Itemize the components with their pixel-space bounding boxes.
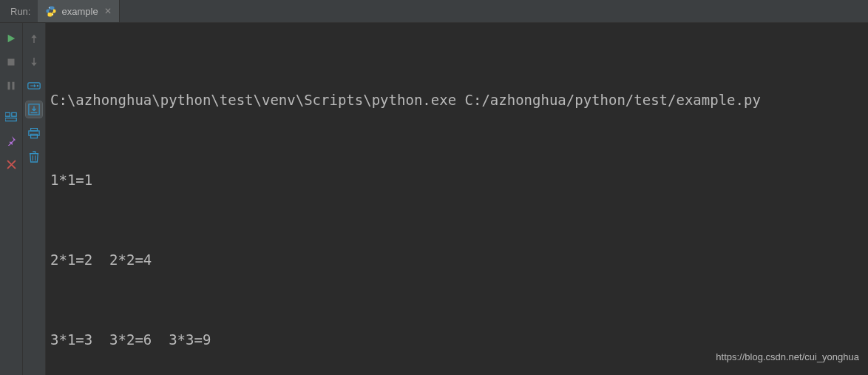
console-command: C:\azhonghua\python\test\venv\Scripts\py… (50, 87, 868, 113)
watermark: https://blog.csdn.net/cui_yonghua (716, 344, 859, 371)
run-toolbar-secondary (23, 23, 46, 375)
svg-rect-3 (8, 82, 10, 90)
run-toolbar-primary (0, 23, 23, 375)
python-icon (45, 5, 57, 17)
svg-point-1 (52, 14, 53, 15)
layout-icon[interactable] (3, 109, 19, 125)
pin-icon[interactable] (3, 132, 19, 149)
svg-rect-2 (8, 59, 15, 66)
scroll-to-end-icon[interactable] (26, 101, 42, 118)
svg-rect-5 (5, 112, 10, 116)
close-tab-icon[interactable]: ✕ (104, 6, 112, 16)
run-tab-example[interactable]: example ✕ (38, 0, 119, 22)
pause-icon[interactable] (3, 78, 19, 94)
run-label: Run: (0, 0, 38, 22)
svg-rect-4 (13, 82, 15, 90)
tab-label: example (61, 6, 98, 17)
svg-rect-7 (5, 118, 16, 121)
console-output[interactable]: C:\azhonghua\python\test\venv\Scripts\py… (46, 23, 868, 375)
soft-wrap-icon[interactable] (26, 78, 42, 94)
svg-rect-6 (12, 112, 16, 116)
console-row: 2*1=2 2*2=4 (50, 246, 868, 273)
run-tabbar: Run: example ✕ (0, 0, 868, 23)
stop-icon[interactable] (3, 54, 19, 70)
svg-point-0 (49, 7, 50, 8)
trash-icon[interactable] (26, 149, 42, 165)
console-row: 1*1=1 (50, 166, 868, 193)
step-up-icon[interactable] (26, 30, 42, 47)
close-icon[interactable] (3, 156, 19, 172)
svg-rect-14 (31, 134, 38, 138)
step-down-icon[interactable] (26, 54, 42, 70)
svg-point-9 (37, 85, 39, 87)
run-icon[interactable] (3, 30, 19, 47)
print-icon[interactable] (26, 125, 42, 141)
